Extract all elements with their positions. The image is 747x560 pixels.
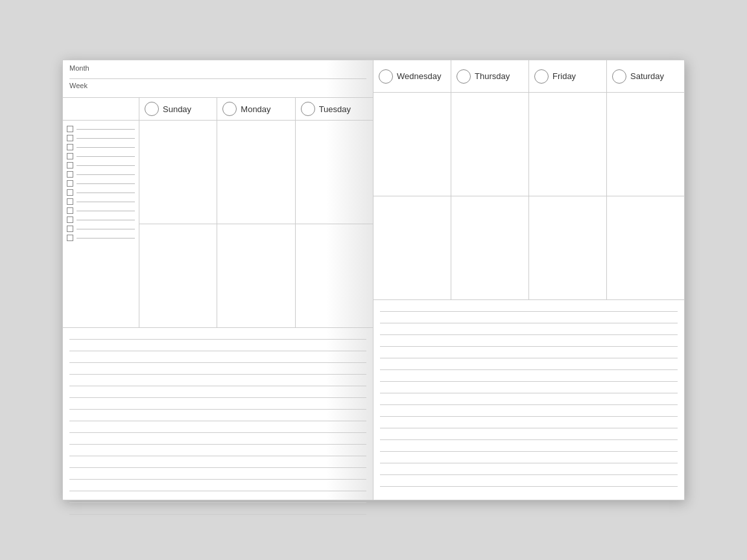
task-column	[63, 121, 139, 327]
monday-bottom	[217, 224, 294, 328]
thursday-header: Thursday	[451, 60, 529, 92]
left-page: Month Week Sunday Monday Tuesday	[62, 60, 374, 500]
task-item	[67, 135, 135, 141]
saturday-top	[607, 93, 684, 196]
friday-header: Friday	[529, 60, 607, 92]
right-lines-section	[374, 300, 684, 500]
tuesday-top	[296, 121, 373, 224]
ruled-line	[69, 456, 366, 456]
checkbox[interactable]	[67, 226, 73, 232]
right-top-section	[374, 93, 684, 300]
checkbox[interactable]	[67, 126, 73, 132]
wednesday-top	[374, 93, 451, 196]
task-item	[67, 126, 135, 132]
task-line	[77, 138, 135, 139]
tuesday-col	[296, 121, 373, 327]
ruled-line	[380, 346, 678, 347]
ruled-line	[69, 421, 366, 421]
saturday-col	[607, 93, 684, 299]
checkbox[interactable]	[67, 162, 73, 169]
ruled-line	[380, 323, 678, 323]
task-line	[77, 174, 135, 175]
checkbox[interactable]	[67, 198, 73, 205]
task-line	[77, 192, 135, 193]
task-line	[77, 220, 135, 220]
friday-circle	[534, 69, 549, 84]
tuesday-circle	[301, 102, 315, 116]
friday-top	[529, 93, 606, 196]
ruled-line	[380, 369, 678, 370]
sunday-header: Sunday	[139, 98, 217, 120]
left-header: Month Week	[63, 60, 373, 98]
ruled-line	[380, 393, 678, 393]
ruled-line	[69, 467, 366, 468]
wednesday-label: Wednesday	[397, 71, 441, 81]
wednesday-col	[374, 93, 451, 299]
ruled-line	[69, 502, 366, 503]
checkbox[interactable]	[67, 235, 73, 241]
left-lines-section	[63, 328, 373, 515]
monday-label: Monday	[241, 104, 270, 114]
ruled-line	[69, 409, 366, 410]
right-day-header-row: Wednesday Thursday Friday Saturday	[374, 60, 684, 93]
checkbox[interactable]	[67, 189, 73, 196]
ruled-line	[380, 451, 678, 452]
task-line	[77, 211, 135, 211]
checkbox[interactable]	[67, 216, 73, 223]
ruled-line	[69, 362, 366, 363]
monday-header: Monday	[217, 98, 295, 120]
saturday-label: Saturday	[630, 71, 664, 81]
task-item	[67, 207, 135, 214]
thursday-label: Thursday	[475, 71, 510, 81]
ruled-line	[380, 474, 678, 475]
sunday-label: Sunday	[163, 104, 191, 114]
ruled-line	[380, 334, 678, 335]
ruled-line	[69, 432, 366, 433]
checkbox[interactable]	[67, 153, 73, 159]
friday-bottom	[529, 196, 606, 299]
tuesday-bottom	[296, 224, 373, 328]
checkbox[interactable]	[67, 207, 73, 214]
task-item	[67, 144, 135, 150]
saturday-circle	[612, 69, 626, 84]
task-item	[67, 198, 135, 205]
task-line	[77, 183, 135, 184]
task-item	[67, 153, 135, 159]
task-item	[67, 226, 135, 232]
ruled-line	[380, 428, 678, 428]
task-item	[67, 180, 135, 187]
checkbox[interactable]	[67, 180, 73, 187]
thursday-circle	[456, 69, 471, 84]
task-line	[77, 129, 135, 130]
task-item	[67, 235, 135, 241]
task-line	[77, 147, 135, 148]
checkbox[interactable]	[67, 144, 73, 150]
week-label: Week	[69, 82, 88, 89]
checkbox[interactable]	[67, 171, 73, 178]
sunday-bottom	[139, 224, 217, 328]
ruled-line	[380, 416, 678, 417]
left-top-section	[63, 121, 373, 328]
task-line	[77, 202, 135, 202]
planner-spread: Month Week Sunday Monday Tuesday	[62, 60, 685, 500]
task-header-cell	[63, 98, 139, 120]
left-day-header-row: Sunday Monday Tuesday	[63, 98, 373, 121]
ruled-line	[69, 514, 366, 515]
task-line	[77, 165, 135, 166]
friday-label: Friday	[552, 71, 576, 81]
ruled-line	[69, 339, 366, 340]
task-line	[77, 229, 135, 229]
ruled-line	[69, 479, 366, 480]
friday-col	[529, 93, 607, 299]
wednesday-bottom	[374, 196, 451, 299]
wednesday-circle	[379, 69, 393, 84]
saturday-bottom	[607, 196, 684, 299]
checkbox[interactable]	[67, 135, 73, 141]
monday-circle	[222, 102, 237, 116]
sunday-circle	[145, 102, 159, 116]
task-item	[67, 171, 135, 178]
ruled-line	[380, 311, 678, 312]
ruled-line	[380, 358, 678, 358]
thursday-col	[451, 93, 529, 299]
ruled-line	[69, 351, 366, 351]
